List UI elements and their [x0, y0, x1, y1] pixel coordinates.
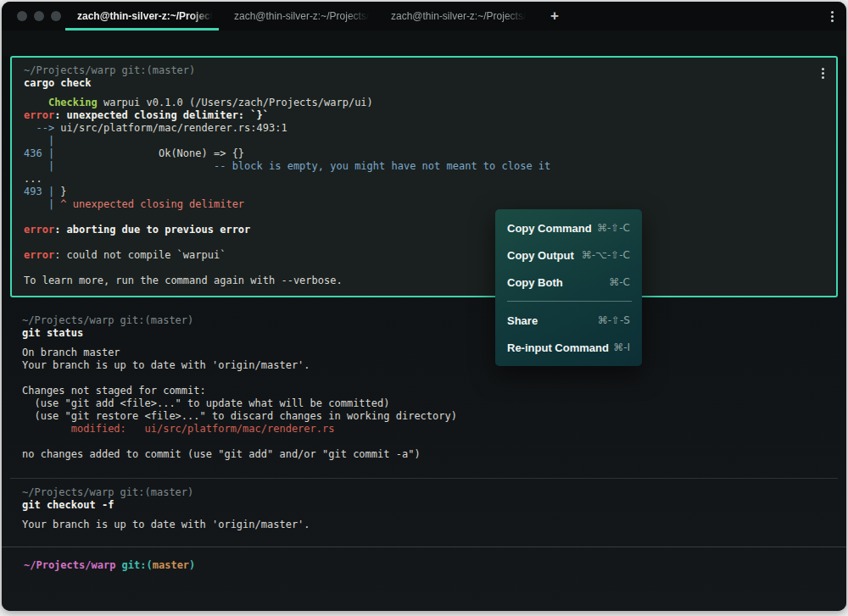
terminal-text: | — [24, 135, 54, 147]
terminal-content: ~/Projects/warp git:(master)cargo check … — [2, 56, 846, 611]
block-command: git status — [22, 327, 826, 340]
new-tab-button[interactable]: + — [536, 2, 573, 31]
terminal-line — [22, 436, 826, 448]
blocks-container: ~/Projects/warp git:(master)cargo check … — [2, 56, 846, 540]
terminal-text: 493 | — [24, 186, 54, 197]
tab-1[interactable]: zach@thin-silver-z:~/Projects/w — [65, 2, 222, 31]
menu-item-copy-output[interactable]: Copy Output⌘-⌥-⇧-C — [495, 241, 642, 269]
terminal-text: (use "git restore <file>..." to discard … — [22, 410, 457, 422]
dot-icon — [822, 68, 824, 70]
menu-item-label: Copy Both — [507, 276, 563, 289]
terminal-text: no changes added to commit (use "git add… — [22, 448, 421, 460]
terminal-text: } — [54, 186, 66, 197]
shell-prompt[interactable]: ~/Projects/warp git:(master) — [24, 559, 824, 572]
dot-icon — [822, 76, 824, 79]
terminal-text: To learn more, run the command again wit… — [24, 275, 343, 286]
terminal-text: ui/src/platform/mac/renderer.rs:493:1 — [60, 122, 287, 134]
terminal-line: error: could not compile `warpui` — [24, 249, 824, 262]
terminal-line: Your branch is up to date with 'origin/m… — [22, 519, 826, 531]
terminal-text: Your branch is up to date with 'origin/m… — [22, 359, 310, 371]
menu-item-shortcut: ⌘-C — [609, 276, 630, 288]
dot-icon — [831, 15, 834, 18]
terminal-text: | — [24, 198, 60, 210]
command-block-git-status[interactable]: ~/Projects/warp git:(master)git statusOn… — [10, 308, 838, 469]
terminal-text: Checking — [48, 97, 98, 108]
block-menu-icon[interactable] — [822, 68, 824, 79]
zoom-button[interactable] — [51, 11, 61, 21]
terminal-text: ~/Projects/warp — [24, 559, 115, 571]
block-prompt-path: ~/Projects/warp git:(master) — [24, 64, 824, 77]
close-button[interactable] — [17, 11, 27, 21]
terminal-line: (use "git restore <file>..." to discard … — [22, 410, 826, 423]
terminal-line: (use "git add <file>..." to update what … — [22, 397, 826, 410]
menu-item-shortcut: ⌘-⇧-C — [597, 222, 630, 234]
terminal-text: : could not compile `warpui` — [54, 249, 226, 261]
menu-item-shortcut: ⌘-⇧-S — [598, 314, 630, 326]
menu-item-label: Copy Command — [507, 222, 592, 235]
block-prompt-path: ~/Projects/warp git:(master) — [22, 486, 826, 499]
terminal-line — [22, 372, 826, 385]
terminal-line: --> ui/src/platform/mac/renderer.rs:493:… — [24, 122, 824, 135]
terminal-text: --> — [24, 122, 60, 134]
block-context-menu: Copy Command⌘-⇧-CCopy Output⌘-⌥-⇧-CCopy … — [495, 209, 642, 366]
terminal-line: To learn more, run the command again wit… — [24, 275, 824, 287]
menu-item-re-input-command[interactable]: Re-input Command⌘-I — [495, 334, 642, 361]
terminal-text: Changes not staged for commit: — [22, 385, 206, 397]
window-menu-icon[interactable] — [817, 2, 846, 31]
terminal-line: error: aborting due to previous error — [24, 224, 824, 236]
terminal-line — [24, 262, 824, 275]
menu-item-copy-command[interactable]: Copy Command⌘-⇧-C — [495, 214, 642, 241]
terminal-line: error: unexpected closing delimiter: `}` — [24, 109, 824, 122]
minimize-button[interactable] — [34, 11, 44, 21]
terminal-line: modified: ui/src/platform/mac/renderer.r… — [22, 423, 826, 436]
tab-2[interactable]: zach@thin-silver-z:~/Projects/wa — [222, 2, 379, 31]
terminal-line: | — [24, 135, 824, 147]
terminal-line: Changes not staged for commit: — [22, 385, 826, 397]
menu-item-label: Share — [507, 314, 538, 327]
terminal-text: error — [24, 249, 54, 261]
tab-title: zach@thin-silver-z:~/Projects/wa — [391, 10, 529, 22]
terminal-text: warpui v0.1.0 (/Users/zach/Projects/warp… — [98, 97, 373, 108]
terminal-line: ... — [24, 173, 824, 186]
tab-3[interactable]: zach@thin-silver-z:~/Projects/wa — [379, 2, 536, 31]
terminal-line: 493 | } — [24, 186, 824, 198]
tab-strip: zach@thin-silver-z:~/Projects/wzach@thin… — [65, 2, 536, 31]
dot-icon — [831, 11, 834, 14]
terminal-text: error — [24, 109, 54, 121]
titlebar: zach@thin-silver-z:~/Projects/wzach@thin… — [2, 2, 846, 31]
terminal-line: On branch master — [22, 347, 826, 359]
menu-item-share[interactable]: Share⌘-⇧-S — [495, 307, 642, 334]
terminal-text: : aborting due to previous error — [54, 224, 250, 236]
terminal-text: ... — [24, 173, 42, 185]
terminal-text: modified: ui/src/platform/mac/renderer.r… — [22, 423, 334, 435]
terminal-text — [115, 559, 121, 571]
terminal-text: -- block is empty, you might have not me… — [54, 160, 550, 172]
terminal-text: ) — [189, 559, 195, 571]
menu-divider — [507, 301, 632, 302]
terminal-line: | -- block is empty, you might have not … — [24, 160, 824, 173]
terminal-line: | ^ unexpected closing delimiter — [24, 198, 824, 211]
terminal-text: git:( — [122, 559, 153, 571]
menu-item-label: Copy Output — [507, 249, 574, 262]
block-command: cargo check — [24, 77, 824, 90]
terminal-text: master — [153, 559, 189, 571]
terminal-text: 436 | — [24, 147, 54, 159]
desktop: { "window": { "new_tab_label": "+", "tab… — [0, 0, 848, 616]
terminal-line: Checking warpui v0.1.0 (/Users/zach/Proj… — [24, 97, 824, 109]
command-block-cargo-check[interactable]: ~/Projects/warp git:(master)cargo check … — [10, 56, 838, 297]
command-block-git-checkout[interactable]: ~/Projects/warp git:(master)git checkout… — [10, 478, 838, 540]
terminal-text: ^ unexpected closing delimiter — [60, 198, 244, 210]
warp-terminal-window: zach@thin-silver-z:~/Projects/wzach@thin… — [2, 2, 846, 611]
tab-title: zach@thin-silver-z:~/Projects/w — [77, 10, 215, 22]
block-prompt-path: ~/Projects/warp git:(master) — [22, 314, 826, 327]
terminal-text — [24, 97, 48, 108]
terminal-text: error — [24, 224, 54, 236]
terminal-line: Your branch is up to date with 'origin/m… — [22, 359, 826, 372]
terminal-text: Ok(None) => {} — [54, 147, 244, 159]
block-command: git checkout -f — [22, 499, 826, 512]
prompt-area[interactable]: ~/Projects/warp git:(master) — [2, 547, 846, 584]
terminal-text: On branch master — [22, 347, 120, 358]
menu-item-copy-both[interactable]: Copy Both⌘-C — [495, 269, 642, 296]
terminal-line: no changes added to commit (use "git add… — [22, 448, 826, 461]
terminal-text: (use "git add <file>..." to update what … — [22, 397, 389, 409]
